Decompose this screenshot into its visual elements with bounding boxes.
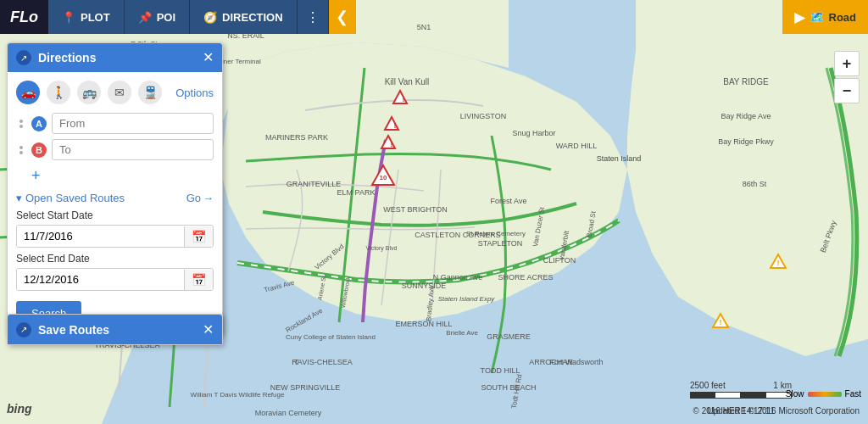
svg-text:Bay Ridge Pkwy: Bay Ridge Pkwy	[718, 137, 774, 146]
svg-text:Forest Ave: Forest Ave	[491, 197, 527, 205]
scale-bar: 2500 feet 1 km	[690, 381, 792, 399]
svg-text:SHORE ACRES: SHORE ACRES	[498, 273, 553, 282]
directions-header: ↗ Directions ✕	[8, 43, 222, 72]
directions-body: 🚗 🚶 🚌 ✉ 🚆 Options A	[8, 72, 222, 334]
end-date-row: 📅	[16, 268, 214, 291]
fast-label: Fast	[845, 389, 861, 399]
save-routes-icon: ↗	[16, 322, 31, 338]
svg-text:!: !	[403, 95, 405, 103]
svg-text:10: 10	[380, 174, 387, 181]
svg-text:St Peters Cemetery: St Peters Cemetery	[466, 230, 526, 237]
svg-text:5N1: 5N1	[417, 23, 431, 31]
svg-text:EMERSON HILL: EMERSON HILL	[395, 320, 452, 328]
road-view-button[interactable]: ▶ 🗺️ Road	[782, 0, 869, 34]
top-toolbar: FLo 📍 PLOT 📌 POI 🧭 DIRECTION ⋮ ❮	[0, 0, 356, 34]
go-button[interactable]: Go →	[186, 192, 214, 204]
svg-text:GRASMERE: GRASMERE	[487, 332, 531, 341]
svg-text:ELM PARK: ELM PARK	[337, 188, 376, 197]
svg-text:MARINERS PARK: MARINERS PARK	[265, 133, 328, 142]
plot-icon: 📍	[62, 11, 75, 24]
save-routes-title: Save Routes	[38, 323, 109, 337]
transport-train[interactable]: 🚆	[138, 81, 162, 104]
speed-gradient	[808, 392, 842, 397]
svg-text:STAPLETON: STAPLETON	[478, 239, 523, 248]
road-label: Road	[829, 11, 857, 24]
open-saved-routes[interactable]: ▾ Open Saved Routes	[16, 192, 125, 204]
transport-email[interactable]: ✉	[108, 81, 131, 104]
from-grip	[16, 120, 26, 128]
more-button[interactable]: ⋮	[298, 0, 329, 34]
svg-text:!: !	[391, 140, 393, 148]
transport-transit[interactable]: 🚌	[77, 81, 101, 104]
start-date-calendar-icon[interactable]: 📅	[184, 226, 213, 247]
directions-panel: ↗ Directions ✕ 🚗 🚶 🚌 ✉ 🚆 Options	[7, 42, 223, 335]
svg-text:BAY RIDGE: BAY RIDGE	[723, 77, 769, 86]
map-container[interactable]: ! ! ! 10 ! ! Kill Van Kull LIVINGSTON Sn…	[0, 0, 868, 424]
svg-text:WARD HILL: WARD HILL	[556, 142, 598, 150]
svg-text:!: !	[720, 318, 722, 326]
road-arrow-icon: ▶	[794, 9, 804, 25]
copyright: © 2016 HERE © 2016 Microsoft Corporation	[693, 406, 860, 416]
poi-label: POI	[157, 11, 175, 24]
svg-text:!: !	[394, 121, 397, 130]
collapse-button[interactable]: ❮	[329, 0, 356, 34]
direction-icon: 🧭	[203, 11, 217, 24]
from-row: A	[16, 113, 214, 134]
saved-routes-row: ▾ Open Saved Routes Go →	[16, 192, 214, 204]
zoom-controls: + −	[834, 51, 860, 103]
add-waypoint-button[interactable]: +	[31, 165, 41, 187]
svg-text:86th St: 86th St	[743, 180, 767, 188]
scale-label-feet: 2500 feet	[690, 381, 726, 390]
svg-text:SOUTH BEACH: SOUTH BEACH	[481, 383, 536, 392]
svg-text:Victory Blvd: Victory Blvd	[366, 245, 398, 252]
to-dot: B	[31, 142, 47, 158]
svg-text:!: !	[777, 259, 780, 267]
dropdown-arrow-icon: ▾	[16, 192, 22, 204]
transport-walk[interactable]: 🚶	[47, 81, 70, 104]
zoom-out-button[interactable]: −	[834, 78, 860, 103]
start-date-row: 📅	[16, 225, 214, 248]
directions-title: Directions	[38, 51, 96, 64]
speed-legend: Slow Fast	[786, 389, 861, 399]
from-dot: A	[31, 116, 47, 131]
end-date-calendar-icon[interactable]: 📅	[184, 270, 213, 290]
svg-text:Cuny College of Staten Island: Cuny College of Staten Island	[286, 333, 376, 341]
transport-car[interactable]: 🚗	[16, 81, 40, 104]
poi-button[interactable]: 📌 POI	[125, 0, 190, 34]
svg-text:Staten Island: Staten Island	[597, 154, 642, 163]
slow-label: Slow	[786, 389, 804, 399]
from-input[interactable]	[52, 113, 214, 134]
plot-label: PLOT	[81, 11, 110, 24]
plot-button[interactable]: 📍 PLOT	[48, 0, 125, 34]
svg-text:TRAVIS-CHELSEA: TRAVIS-CHELSEA	[292, 358, 352, 366]
to-input[interactable]	[52, 139, 214, 160]
poi-icon: 📌	[138, 11, 152, 24]
svg-text:WEST BRIGHTON: WEST BRIGHTON	[383, 205, 448, 214]
svg-text:Kill Van Kull: Kill Van Kull	[385, 77, 430, 86]
direction-button[interactable]: 🧭 DIRECTION	[190, 0, 298, 34]
save-routes-panel: ↗ Save Routes ✕	[7, 314, 223, 345]
svg-text:N Gannon Ave: N Gannon Ave	[433, 273, 482, 282]
close-directions-button[interactable]: ✕	[203, 51, 214, 64]
svg-text:Staten Island Expy: Staten Island Expy	[438, 295, 496, 303]
start-date-label: Select Start Date	[16, 209, 214, 221]
bing-logo: bing	[7, 402, 32, 416]
svg-text:Fort Wadsworth: Fort Wadsworth	[549, 358, 603, 366]
zoom-in-button[interactable]: +	[834, 51, 860, 76]
close-save-routes-button[interactable]: ✕	[203, 321, 214, 338]
end-date-label: Select End Date	[16, 253, 214, 265]
svg-text:Moravian Cemetery: Moravian Cemetery	[255, 409, 322, 417]
transport-icons: 🚗 🚶 🚌 ✉ 🚆 Options	[16, 81, 214, 104]
end-date-input[interactable]	[17, 269, 184, 290]
options-label[interactable]: Options	[175, 86, 214, 99]
start-date-input[interactable]	[17, 226, 184, 247]
to-row: B	[16, 139, 214, 160]
to-grip	[16, 146, 26, 154]
app-logo: FLo	[0, 0, 48, 34]
direction-label: DIRECTION	[222, 11, 283, 24]
svg-text:Brielle Ave: Brielle Ave	[446, 329, 478, 337]
save-routes-header: ↗ Save Routes ✕	[8, 315, 222, 344]
svg-text:Bay Ridge Ave: Bay Ridge Ave	[721, 112, 771, 120]
svg-text:Snug Harbor: Snug Harbor	[512, 129, 555, 137]
svg-text:SUNNYSIDE: SUNNYSIDE	[402, 282, 447, 290]
